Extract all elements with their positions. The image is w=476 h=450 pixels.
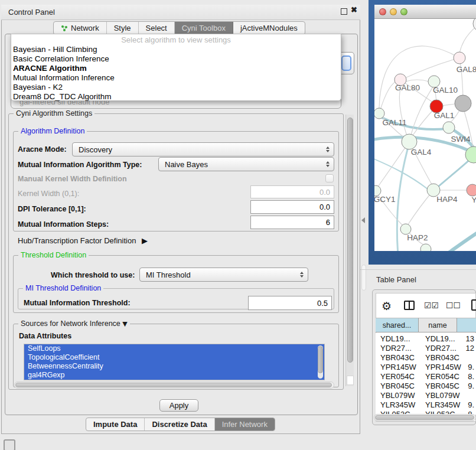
network-canvas[interactable]: GAL8 GAL80 GAL10 GAL1 GAL11 SWI4 GAL4 GC… bbox=[374, 19, 476, 251]
mac-close-icon[interactable] bbox=[379, 8, 386, 15]
list-scrollbar-track[interactable] bbox=[318, 345, 323, 379]
tab-style[interactable]: Style bbox=[107, 21, 139, 35]
hub-definition-toggle[interactable]: Hub/Transcription Factor Definition ▶ bbox=[18, 236, 148, 245]
attribute-item-selected[interactable]: TopologicalCoefficient bbox=[24, 353, 324, 362]
attribute-item-selected[interactable]: SelfLoops bbox=[24, 344, 324, 353]
tab-cyni-toolbox[interactable]: Cyni Toolbox bbox=[175, 21, 233, 35]
tab-jactivemnodules[interactable]: jActiveMNodules bbox=[233, 21, 305, 35]
select-all-checkboxes-icon[interactable]: ☑☑ bbox=[424, 301, 439, 310]
aracne-mode-value: Discovery bbox=[79, 145, 112, 154]
tab-label: Infer Network bbox=[222, 420, 268, 429]
dropdown-item[interactable]: Mutual Information Inference bbox=[11, 73, 341, 83]
deselect-all-checkboxes-icon[interactable]: ☐☐ bbox=[446, 301, 461, 310]
gear-icon[interactable]: ⚙ bbox=[382, 299, 392, 312]
data-attributes-label: Data Attributes bbox=[19, 332, 71, 340]
network-node[interactable] bbox=[374, 108, 384, 119]
minimized-panel-icon[interactable] bbox=[4, 439, 15, 450]
manual-kernel-checkbox[interactable] bbox=[325, 174, 334, 182]
table-hscrollbar-thumb[interactable] bbox=[375, 415, 474, 420]
mi-threshold-field[interactable]: 0.5 bbox=[248, 296, 332, 310]
combo-arrows-icon bbox=[326, 161, 330, 167]
svg-text:GAL11: GAL11 bbox=[382, 118, 406, 127]
network-node[interactable] bbox=[467, 184, 476, 196]
data-attributes-list[interactable]: SelfLoops TopologicalCoefficient Between… bbox=[24, 344, 325, 380]
control-panel-titlebar[interactable] bbox=[1, 5, 360, 20]
svg-text:GAL1: GAL1 bbox=[434, 111, 455, 120]
mi-threshold-label: Mutual Information Threshold: bbox=[24, 299, 131, 307]
table-hscrollbar-track[interactable] bbox=[374, 414, 476, 421]
mi-algorithm-type-combo[interactable]: Naive Bayes bbox=[158, 157, 334, 171]
tab-label: Network bbox=[71, 24, 99, 32]
split-column-icon[interactable] bbox=[404, 301, 415, 310]
divider-scrollbar-remnant[interactable] bbox=[361, 265, 366, 291]
dpi-tolerance-label: DPI Tolerance [0,1]: bbox=[18, 205, 86, 213]
column-header-name[interactable]: name bbox=[419, 318, 457, 332]
mac-minimize-icon[interactable] bbox=[390, 8, 397, 15]
network-view-titlebar[interactable] bbox=[374, 5, 476, 19]
svg-text:GAL4: GAL4 bbox=[411, 148, 432, 156]
sources-hscrollbar-track[interactable] bbox=[14, 381, 334, 389]
svg-text:GAL8: GAL8 bbox=[457, 65, 476, 74]
combo-arrows-icon bbox=[326, 146, 330, 152]
sources-hscrollbar-thumb[interactable] bbox=[15, 383, 332, 387]
svg-text:SWI4: SWI4 bbox=[451, 135, 470, 144]
function-builder-icon[interactable] bbox=[471, 299, 476, 311]
tab-label: jActiveMNodules bbox=[240, 24, 298, 32]
mac-zoom-icon[interactable] bbox=[400, 8, 407, 15]
svg-text:Y: Y bbox=[471, 195, 476, 204]
network-node[interactable] bbox=[443, 122, 455, 133]
tab-impute-data[interactable]: Impute Data bbox=[86, 418, 145, 431]
column-header-clipped[interactable] bbox=[457, 318, 476, 332]
table-panel-title: Table Panel bbox=[376, 275, 416, 284]
close-icon[interactable]: ✖ bbox=[351, 5, 357, 14]
network-node[interactable] bbox=[454, 52, 465, 64]
which-threshold-combo[interactable]: MI Threshold bbox=[139, 268, 308, 282]
network-node[interactable] bbox=[473, 19, 476, 31]
tab-discretize-data[interactable]: Discretize Data bbox=[145, 418, 214, 431]
aracne-mode-combo[interactable]: Discovery bbox=[72, 142, 334, 156]
settings-scrollbar-thumb[interactable] bbox=[347, 118, 353, 363]
dropdown-item[interactable]: Bayesian - Hill Climbing bbox=[11, 45, 341, 54]
combo-spinner-focused[interactable] bbox=[341, 56, 351, 71]
threshold-definition-title: Threshold Definition bbox=[18, 251, 89, 259]
apply-button-label: Apply bbox=[169, 401, 189, 410]
kernel-width-label: Kernel Width (0,1): bbox=[18, 190, 79, 198]
tab-select[interactable]: Select bbox=[139, 21, 175, 35]
svg-text:GCY1: GCY1 bbox=[374, 195, 395, 204]
tab-label: Style bbox=[114, 24, 131, 32]
apply-button[interactable]: Apply bbox=[159, 399, 198, 412]
collapsed-arrow-icon[interactable]: ▶ bbox=[142, 236, 148, 245]
cyni-bottom-tabs: Impute Data Discretize Data Infer Networ… bbox=[86, 418, 275, 431]
mi-algorithm-type-value: Naive Bayes bbox=[165, 160, 208, 169]
network-node[interactable] bbox=[420, 244, 431, 251]
control-panel-tabs: Network Style Select Cyni Toolbox jActiv… bbox=[53, 21, 305, 35]
tab-infer-network[interactable]: Infer Network bbox=[215, 418, 275, 431]
table-body: YDL19... YDL19... 13 YDR27... YDR27... 1… bbox=[376, 333, 476, 415]
network-node[interactable] bbox=[455, 95, 471, 112]
panel-divider-handle[interactable] bbox=[361, 217, 365, 223]
tab-label: Discretize Data bbox=[152, 420, 207, 429]
mi-algorithm-type-label: Mutual Information Algorithm Type: bbox=[18, 161, 142, 169]
dropdown-item-selected[interactable]: ARACNE Algorithm bbox=[11, 64, 341, 73]
attribute-item-selected[interactable]: BetweennessCentrality bbox=[24, 362, 324, 371]
aracne-mode-label: Aracne Mode: bbox=[18, 145, 67, 154]
app-root: Control Panel ✖ Network Style Select Cyn… bbox=[0, 0, 476, 450]
float-window-icon[interactable] bbox=[341, 8, 347, 15]
algorithm-dropdown-popup: Select algorithm to view settings Bayesi… bbox=[11, 34, 341, 101]
settings-scrollbar-track[interactable] bbox=[345, 115, 354, 386]
which-threshold-value: MI Threshold bbox=[146, 270, 191, 279]
sources-group-title[interactable]: Sources for Network Inference ▼ bbox=[18, 319, 130, 328]
mi-steps-field[interactable]: 6 bbox=[250, 216, 334, 229]
dropdown-item[interactable]: Dream8 DC_TDC Algorithm bbox=[11, 92, 341, 102]
expanded-arrow-icon[interactable]: ▼ bbox=[122, 320, 127, 328]
dropdown-item[interactable]: Bayesian - K2 bbox=[11, 83, 341, 92]
kernel-width-field[interactable]: 0.0 bbox=[250, 185, 334, 198]
column-header-shared-name[interactable]: shared... bbox=[376, 318, 419, 332]
network-tab-icon bbox=[61, 25, 68, 32]
attribute-item-selected[interactable]: gal4RGexp bbox=[24, 371, 324, 380]
combo-arrows-icon bbox=[300, 272, 304, 278]
dpi-tolerance-field[interactable]: 0.0 bbox=[250, 200, 334, 214]
dropdown-item[interactable]: Basic Correlation Inference bbox=[11, 54, 341, 64]
list-scrollbar-thumb[interactable] bbox=[318, 346, 323, 373]
tab-network[interactable]: Network bbox=[54, 21, 107, 35]
